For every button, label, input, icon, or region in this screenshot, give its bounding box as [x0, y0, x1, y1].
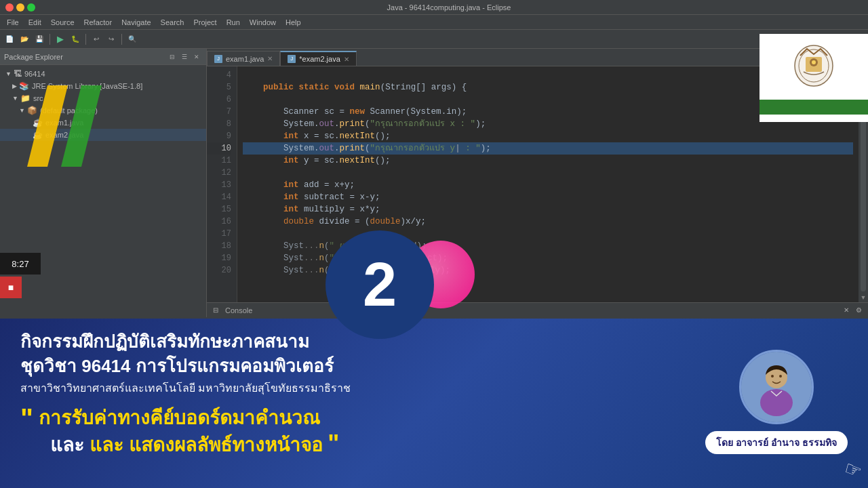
ln-4: 4: [207, 69, 231, 81]
code-line-17: [243, 228, 853, 240]
explorer-collapse[interactable]: ⊟: [167, 52, 178, 62]
scroll-down-btn[interactable]: ▼: [859, 293, 868, 302]
editor-bottom-bar: ⊟ Console ✕ ⚙: [207, 302, 868, 317]
tab-exam1[interactable]: J exam1.java ✕: [207, 51, 280, 66]
svg-point-9: [760, 389, 793, 416]
ln-6: 6: [207, 94, 231, 106]
svg-point-4: [812, 60, 816, 64]
code-line-14: int subtract = x-y;: [243, 191, 853, 203]
tab-exam2-label: *exam2.java: [299, 55, 340, 63]
bottom-btn1[interactable]: ✕: [842, 306, 851, 314]
toolbar-new[interactable]: 📄: [3, 33, 16, 46]
toolbar-sep2: [85, 34, 86, 45]
menu-run[interactable]: Run: [222, 17, 244, 28]
svg-marker-5: [27, 85, 68, 167]
svg-point-10: [771, 375, 774, 378]
menu-edit[interactable]: Edit: [24, 17, 45, 28]
logo-shapes-svg: [7, 45, 156, 194]
ln-20: 20: [207, 264, 231, 277]
number-2-overlay: 2: [326, 230, 434, 339]
menu-window[interactable]: Window: [245, 17, 280, 28]
line-numbers: 4 5 6 7 8 9 10 11 12 13 14 15 16 17 18 1…: [207, 66, 237, 302]
timestamp: 8:27: [0, 253, 41, 274]
toolbar-undo[interactable]: ↩: [90, 33, 103, 46]
minimize-btn[interactable]: [16, 3, 24, 12]
ln-9: 9: [207, 130, 231, 142]
open-quote-mark: ": [20, 405, 33, 432]
code-line-16: double divide = (double)x/y;: [243, 216, 853, 228]
overlay-quote-and: และ: [50, 434, 90, 455]
menu-project[interactable]: Project: [189, 17, 220, 28]
menu-file[interactable]: File: [3, 17, 23, 28]
university-logo: [760, 34, 868, 122]
code-line-12: [243, 167, 853, 179]
svg-marker-6: [61, 85, 102, 167]
ide-window: Java - 96414computing.java - Eclipse Fil…: [0, 0, 868, 332]
tab-exam2-close[interactable]: ✕: [344, 56, 349, 63]
tab-exam1-close[interactable]: ✕: [267, 55, 273, 62]
tab-exam2-icon: J: [288, 55, 296, 63]
instructor-name: โดย อาจารย์ อำนาจ ธรรมทิจ: [705, 431, 848, 454]
console-label: Console: [223, 306, 254, 314]
toolbar-redo[interactable]: ↪: [104, 33, 118, 46]
menu-refactor[interactable]: Refactor: [80, 17, 117, 28]
title-bar: Java - 96414computing.java - Eclipse: [0, 0, 868, 15]
ln-5: 5: [207, 81, 231, 94]
ln-17: 17: [207, 228, 231, 240]
code-line-9: int x = sc.nextInt();: [243, 130, 853, 142]
svg-point-11: [779, 375, 782, 378]
overlay-text-line1: กิจกรรมฝึกปฏิบัติเสริมทักษะภาคสนาม: [20, 331, 309, 352]
ln-16: 16: [207, 216, 231, 228]
toolbar-open[interactable]: 📂: [18, 33, 31, 46]
ln-18: 18: [207, 240, 231, 252]
overlay-quote-text1: การรับค่าทางคีย์บอดร์ดมาคำนวณ: [39, 405, 320, 431]
code-line-13: int add = x+y;: [243, 179, 853, 191]
ln-10: 10: [207, 142, 231, 155]
console-toggle[interactable]: ⊟: [211, 306, 220, 314]
overlay-quote-bold: และ แสดงผลลัพธ์ทางหน้าจอ: [90, 434, 323, 455]
university-crest-svg: [787, 42, 841, 96]
explorer-close[interactable]: ✕: [191, 52, 202, 62]
menu-help[interactable]: Help: [281, 17, 305, 28]
tab-exam1-label: exam1.java: [226, 55, 264, 63]
code-line-10: System.out.print("กรุณากรอกตัวแปร y| : "…: [243, 142, 853, 155]
explorer-menu[interactable]: ☰: [179, 52, 190, 62]
ln-7: 7: [207, 106, 231, 118]
tab-exam1-icon: J: [214, 55, 222, 63]
explorer-icons: ⊟ ☰ ✕: [167, 52, 202, 62]
menu-navigate[interactable]: Navigate: [117, 17, 155, 28]
instructor-avatar: [739, 350, 814, 424]
bottom-overlay: กิจกรรมฝึกปฏิบัติเสริมทักษะภาคสนาม ชุดวิ…: [0, 319, 868, 488]
menu-bar: File Edit Source Refactor Navigate Searc…: [0, 15, 868, 30]
university-logo-bar: [760, 100, 868, 115]
cursor-hand-icon: ☞: [841, 457, 865, 484]
toolbar-debug[interactable]: 🐛: [68, 33, 82, 46]
stop-recording-btn[interactable]: ■: [0, 277, 22, 298]
toolbar-sep1: [50, 34, 50, 45]
bottom-btn2[interactable]: ⚙: [854, 306, 864, 314]
timestamp-text: 8:27: [12, 259, 28, 269]
code-line-18: Syst...n(" ผลบวกคือ " + add);: [243, 240, 853, 252]
stop-icon: ■: [8, 282, 14, 293]
overlay-text-line2a: ชุดวิชา 96414 การโปรแกรมคอมพิวเตอร์: [20, 356, 334, 376]
overlay-quote-text2-wrapper: และ และ แสดงผลลัพธ์ทางหน้าจอ ": [50, 432, 339, 458]
decorative-logo: [7, 45, 156, 197]
code-line-11: int y = sc.nextInt();: [243, 155, 853, 167]
ln-15: 15: [207, 203, 231, 216]
close-btn[interactable]: [5, 3, 14, 12]
tab-exam2[interactable]: J *exam2.java ✕: [280, 51, 357, 66]
code-line-15: int multiply = x*y;: [243, 203, 853, 216]
overlay-text-subtitle: สาขาวิชาวิทยาศาสตร์และเทคโนโลยี มหาวิทยา…: [20, 382, 351, 394]
toolbar-save[interactable]: 💾: [33, 33, 46, 46]
toolbar-sep3: [121, 34, 122, 45]
ln-13: 13: [207, 179, 231, 191]
instructor-avatar-svg: [741, 352, 812, 422]
menu-source[interactable]: Source: [47, 17, 79, 28]
number-2-text: 2: [363, 254, 397, 315]
ln-11: 11: [207, 155, 231, 167]
toolbar-run[interactable]: ▶: [54, 33, 67, 46]
toolbar-search[interactable]: 🔍: [125, 33, 139, 46]
instructor-badge: โดย อาจารย์ อำนาจ ธรรมทิจ: [705, 350, 848, 454]
maximize-btn[interactable]: [27, 3, 35, 12]
menu-search[interactable]: Search: [157, 17, 189, 28]
